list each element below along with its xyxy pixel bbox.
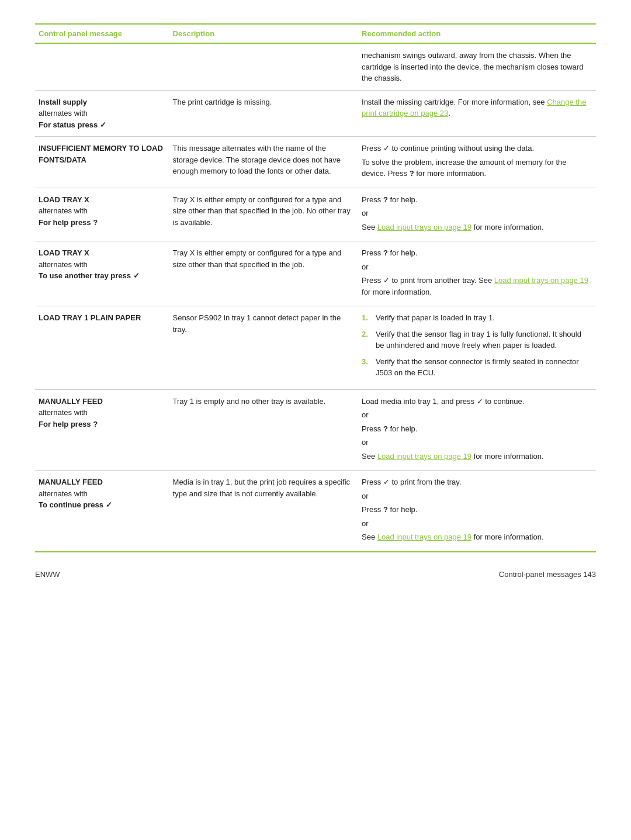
action-cell: 1. Verify that paper is loaded in tray 1… xyxy=(358,306,596,390)
table-row: MANUALLY FEED alternates withFor help pr… xyxy=(35,389,596,471)
desc-text: Sensor PS902 in tray 1 cannot detect pap… xyxy=(173,313,341,334)
footer-left: ENWW xyxy=(35,570,60,579)
message-cell: MANUALLY FEED alternates withTo continue… xyxy=(35,471,169,552)
msg-bold: LOAD TRAY X xyxy=(39,247,164,259)
message-cell: Install supplyalternates withFor status … xyxy=(35,90,169,137)
table-row: mechanism swings outward, away from the … xyxy=(35,43,596,90)
msg-bold: INSUFFICIENT MEMORY TO LOAD FONTS/DATA xyxy=(39,143,164,165)
action-cell: mechanism swings outward, away from the … xyxy=(358,43,596,90)
msg-extra-line: alternates with xyxy=(39,488,164,500)
action-or: or xyxy=(362,518,590,530)
message-cell: LOAD TRAY 1 PLAIN PAPER xyxy=(35,306,169,390)
desc-text: The print cartridge is missing. xyxy=(173,98,272,106)
action-or: or xyxy=(362,261,590,273)
description-cell: Tray 1 is empty and no other tray is ava… xyxy=(169,389,358,471)
table-row: INSUFFICIENT MEMORY TO LOAD FONTS/DATATh… xyxy=(35,137,596,188)
message-cell xyxy=(35,43,169,90)
table-row: LOAD TRAY X alternates withTo use anothe… xyxy=(35,241,596,306)
description-cell: Tray X is either empty or configured for… xyxy=(169,241,358,306)
control-panel-table: Control panel message Description Recomm… xyxy=(35,23,596,552)
description-cell: Tray X is either empty or configured for… xyxy=(169,188,358,241)
col-header-action: Recommended action xyxy=(358,24,596,43)
msg-extra-line: For help press ? xyxy=(39,217,164,229)
action-line: See Load input trays on page 19 for more… xyxy=(362,531,590,543)
table-row: LOAD TRAY 1 PLAIN PAPERSensor PS902 in t… xyxy=(35,306,596,390)
table-row: LOAD TRAY X alternates withFor help pres… xyxy=(35,188,596,241)
action-cell: Press ✓ to continue printing without usi… xyxy=(358,137,596,188)
action-line: See Load input trays on page 19 for more… xyxy=(362,451,590,462)
action-numbered-item: 3. Verify that the sensor connector is f… xyxy=(362,356,590,379)
page-footer: ENWW Control-panel messages 143 xyxy=(35,570,596,579)
action-cell: Install the missing cartridge. For more … xyxy=(358,90,596,137)
list-number: 2. xyxy=(362,329,371,351)
list-text: Verify that the sensor flag in tray 1 is… xyxy=(376,329,590,351)
msg-bold: MANUALLY FEED xyxy=(39,396,164,407)
action-cell: Press ? for help.orSee Load input trays … xyxy=(358,188,596,241)
description-cell: Sensor PS902 in tray 1 cannot detect pap… xyxy=(169,306,358,390)
desc-text: Media is in tray 1, but the print job re… xyxy=(173,478,350,498)
msg-extra-line: For help press ? xyxy=(39,419,164,430)
msg-extra-line: To use another tray press ✓ xyxy=(39,270,164,282)
desc-text: Tray 1 is empty and no other tray is ava… xyxy=(173,397,326,406)
message-cell: INSUFFICIENT MEMORY TO LOAD FONTS/DATA xyxy=(35,137,169,188)
action-line: Press ? for help. xyxy=(362,194,590,206)
msg-extra-line: alternates with xyxy=(39,205,164,217)
description-cell: This message alternates with the name of… xyxy=(169,137,358,188)
description-cell xyxy=(169,43,358,90)
msg-bold: LOAD TRAY X xyxy=(39,194,164,206)
msg-extra-line: alternates with xyxy=(39,407,164,419)
action-or: or xyxy=(362,490,590,502)
action-cell: Press ✓ to print from the tray.orPress ?… xyxy=(358,471,596,552)
msg-extra-line: For status press ✓ xyxy=(39,119,164,131)
msg-bold: MANUALLY FEED xyxy=(39,476,164,488)
table-row: MANUALLY FEED alternates withTo continue… xyxy=(35,471,596,552)
action-line: To solve the problem, increase the amoun… xyxy=(362,157,590,179)
action-line: See Load input trays on page 19 for more… xyxy=(362,222,590,233)
list-text: Verify that paper is loaded in tray 1. xyxy=(376,312,495,324)
list-number: 3. xyxy=(362,356,371,379)
msg-bold: LOAD TRAY 1 PLAIN PAPER xyxy=(39,312,164,324)
description-cell: The print cartridge is missing. xyxy=(169,90,358,137)
msg-extra-line: alternates with xyxy=(39,108,164,119)
message-cell: LOAD TRAY X alternates withTo use anothe… xyxy=(35,241,169,306)
message-cell: MANUALLY FEED alternates withFor help pr… xyxy=(35,389,169,471)
action-line: Load media into tray 1, and press ✓ to c… xyxy=(362,396,590,407)
table-row: Install supplyalternates withFor status … xyxy=(35,90,596,137)
col-header-message: Control panel message xyxy=(35,24,169,43)
action-line: Press ✓ to print from another tray. See … xyxy=(362,275,590,298)
action-numbered-item: 2. Verify that the sensor flag in tray 1… xyxy=(362,329,590,351)
desc-text: Tray X is either empty or configured for… xyxy=(173,248,342,269)
action-line: Press ? for help. xyxy=(362,247,590,259)
list-number: 1. xyxy=(362,312,371,324)
list-text: Verify that the sensor connector is firm… xyxy=(376,356,590,379)
desc-text: This message alternates with the name of… xyxy=(173,144,341,175)
action-line: Press ✓ to print from the tray. xyxy=(362,476,590,488)
msg-extra-line: alternates with xyxy=(39,259,164,271)
action-line: Press ? for help. xyxy=(362,423,590,435)
action-line: Press ? for help. xyxy=(362,504,590,516)
description-cell: Media is in tray 1, but the print job re… xyxy=(169,471,358,552)
action-numbered-item: 1. Verify that paper is loaded in tray 1… xyxy=(362,312,590,324)
action-cell: Press ? for help.orPress ✓ to print from… xyxy=(358,241,596,306)
action-or: or xyxy=(362,437,590,448)
action-text: Install the missing cartridge. For more … xyxy=(362,98,586,118)
action-line: Press ✓ to continue printing without usi… xyxy=(362,143,590,154)
main-table-container: Control panel message Description Recomm… xyxy=(35,23,596,552)
action-or: or xyxy=(362,208,590,219)
msg-extra-line: To continue press ✓ xyxy=(39,499,164,511)
desc-text: Tray X is either empty or configured for… xyxy=(173,195,351,227)
action-cell: Load media into tray 1, and press ✓ to c… xyxy=(358,389,596,471)
msg-bold: Install supply xyxy=(39,96,164,108)
col-header-description: Description xyxy=(169,24,358,43)
message-cell: LOAD TRAY X alternates withFor help pres… xyxy=(35,188,169,241)
footer-right: Control-panel messages 143 xyxy=(499,570,596,579)
action-or: or xyxy=(362,409,590,421)
action-text: mechanism swings outward, away from the … xyxy=(362,51,583,82)
action-link[interactable]: Change the print cartridge on page 23 xyxy=(362,98,586,118)
